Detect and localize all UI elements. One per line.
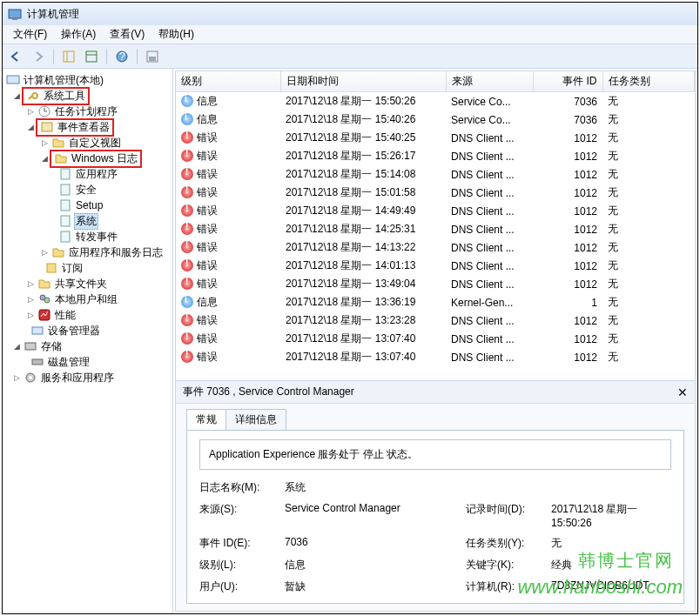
table-row[interactable]: 错误2017\12\18 星期一 13:23:28DNS Client ...1… [176,311,695,330]
tree-diskmgmt[interactable]: 磁盘管理 [4,354,171,370]
tree-services[interactable]: ▷服务和应用程序 [4,370,171,385]
val-source: Service Control Manager [285,502,459,529]
svg-rect-2 [64,51,74,62]
tree-systools[interactable]: ◢ 系统工具 [4,88,171,104]
tree-localusers[interactable]: ▷本地用户和组 [4,291,171,307]
tree-log-forwarded[interactable]: 转发事件 [4,229,171,244]
info-icon [181,113,193,125]
svg-rect-1 [12,18,17,20]
tree-appsvclogs[interactable]: ▷应用程序和服务日志 [4,244,171,260]
table-row[interactable]: 错误2017\12\18 星期一 13:07:40DNS Client ...1… [176,348,695,366]
services-icon [24,371,37,385]
menu-view[interactable]: 查看(V) [103,25,151,44]
col-level[interactable]: 级别 [176,71,280,92]
tree-subscriptions[interactable]: 订阅 [4,260,171,276]
lbl-source: 来源(S): [199,502,278,529]
menu-help[interactable]: 帮助(H) [151,25,201,44]
val-computer: 7D3ZNJVCIOB6UDT [551,579,671,594]
val-level: 信息 [285,558,459,572]
col-taskcat[interactable]: 任务类别 [602,71,695,92]
tree-shared[interactable]: ▷共享文件夹 [4,276,171,291]
table-row[interactable]: 错误2017\12\18 星期一 15:40:25DNS Client ...1… [176,129,695,147]
info-icon [181,296,193,308]
main-window: 计算机管理 文件(F) 操作(A) 查看(V) 帮助(H) ? 计算机管理(本地… [2,2,698,614]
tree-customviews[interactable]: ▷自定义视图 [4,135,171,151]
preview-button[interactable] [143,47,162,66]
tree-eventviewer[interactable]: ◢ 事件查看器 [4,119,171,135]
svg-rect-22 [32,327,43,334]
expand-icon[interactable]: ▷ [11,373,22,382]
menu-action[interactable]: 操作(A) [54,25,103,44]
tree-log-setup[interactable]: Setup [4,198,171,213]
tab-details[interactable]: 详细信息 [225,409,286,430]
collapse-icon[interactable]: ◢ [25,123,36,131]
table-row[interactable]: 错误2017\12\18 星期一 14:01:13DNS Client ...1… [176,257,695,275]
tree-perf[interactable]: ▷性能 [4,307,171,323]
window-title: 计算机管理 [27,7,79,22]
table-row[interactable]: 错误2017\12\18 星期一 15:01:58DNS Client ...1… [176,184,695,202]
collapse-icon[interactable]: ◢ [11,91,22,100]
event-grid[interactable]: 级别 日期和时间 来源 事件 ID 任务类别 信息2017\12\18 星期一 … [176,71,695,380]
table-row[interactable]: 错误2017\12\18 星期一 13:49:04DNS Client ...1… [176,275,695,293]
error-icon [181,168,193,180]
close-icon[interactable]: ✕ [677,385,688,399]
titlebar[interactable]: 计算机管理 [3,3,697,25]
disk-icon [30,355,44,369]
tree-devmgr[interactable]: 设备管理器 [4,323,171,338]
storage-icon [24,339,37,353]
toolbar: ? [3,44,697,69]
perf-icon [37,308,51,322]
col-datetime[interactable]: 日期和时间 [280,71,446,92]
svg-rect-23 [25,343,36,350]
expand-icon[interactable]: ▷ [25,107,36,116]
val-taskcat: 无 [551,536,671,551]
help-button[interactable]: ? [112,47,131,66]
error-icon [181,314,193,326]
collapse-icon[interactable]: ◢ [39,154,50,163]
expand-icon[interactable]: ▷ [39,248,50,257]
table-row[interactable]: 信息2017\12\18 星期一 15:50:26Service Co...70… [176,92,695,111]
tree-log-app[interactable]: 应用程序 [4,166,171,182]
device-icon [30,324,44,338]
tree-winlogs[interactable]: ◢ Windows 日志 [4,151,171,166]
svg-rect-15 [61,200,70,211]
toolbar-sep3 [137,49,138,64]
svg-point-26 [29,376,32,379]
expand-icon[interactable]: ▷ [25,295,36,304]
table-row[interactable]: 信息2017\12\18 星期一 13:36:19Kernel-Gen...1无 [176,293,695,311]
expand-icon[interactable]: ▷ [39,138,50,147]
col-eventid[interactable]: 事件 ID [533,71,602,92]
log-icon [58,183,72,197]
show-hide-tree-button[interactable] [59,47,78,66]
expand-icon[interactable]: ▷ [25,311,36,319]
forward-button[interactable] [29,47,48,66]
table-row[interactable]: 错误2017\12\18 星期一 13:07:40DNS Client ...1… [176,330,695,348]
error-icon [181,259,193,271]
table-row[interactable]: 错误2017\12\18 星期一 15:26:17DNS Client ...1… [176,147,695,165]
table-row[interactable]: 信息2017\12\18 星期一 15:40:26Service Co...70… [176,110,695,129]
log-icon [58,214,72,228]
val-user: 暂缺 [285,579,459,594]
tree-log-system[interactable]: 系统 [4,213,171,229]
table-row[interactable]: 错误2017\12\18 星期一 15:14:08DNS Client ...1… [176,165,695,184]
collapse-icon[interactable]: ◢ [11,342,22,351]
back-button[interactable] [6,47,25,66]
properties-button[interactable] [82,47,101,66]
nav-tree[interactable]: 计算机管理(本地) ◢ 系统工具 ▷任务计划程序 ◢ 事件查看器 ▷自定义视图 … [3,69,173,613]
tree-log-security[interactable]: 安全 [4,182,171,198]
col-source[interactable]: 来源 [446,71,533,92]
body: 计算机管理(本地) ◢ 系统工具 ▷任务计划程序 ◢ 事件查看器 ▷自定义视图 … [3,69,697,613]
table-row[interactable]: 错误2017\12\18 星期一 14:13:22DNS Client ...1… [176,238,695,257]
table-row[interactable]: 错误2017\12\18 星期一 14:49:49DNS Client ...1… [176,202,695,220]
folder-icon [54,151,68,165]
table-row[interactable]: 错误2017\12\18 星期一 14:25:31DNS Client ...1… [176,220,695,238]
tree-storage[interactable]: ◢存储 [4,338,171,354]
tree-tasksched[interactable]: ▷任务计划程序 [4,104,171,119]
svg-rect-14 [61,184,70,195]
toolbar-sep [53,49,54,64]
menu-file[interactable]: 文件(F) [6,25,54,44]
expand-icon[interactable]: ▷ [25,279,36,288]
tree-root[interactable]: 计算机管理(本地) [4,72,171,88]
tab-general[interactable]: 常规 [186,409,226,430]
detail-header[interactable]: 事件 7036 , Service Control Manager ✕ [176,381,695,404]
